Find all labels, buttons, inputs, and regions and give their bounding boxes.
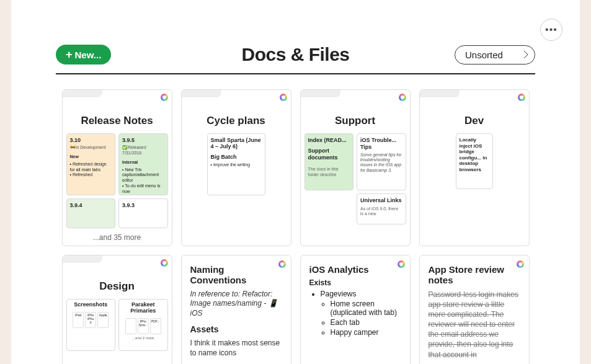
folder-tab-icon [63, 255, 102, 263]
mini-doc-heading: Big Batch [211, 154, 262, 161]
doc-naming-conventions[interactable]: Naming Conventions In reference to: Refa… [181, 255, 291, 364]
thumb: Apple [97, 312, 109, 328]
list-item: Home screen (duplicated with tab) [331, 300, 401, 317]
folder-support[interactable]: Support Index (READ... Support documents… [300, 89, 411, 246]
mini-doc-title: Index (READ... [308, 137, 350, 144]
folder-tab-icon [420, 90, 460, 97]
more-count: ...and 35 more [66, 233, 168, 242]
doc-heading: Exists [309, 278, 401, 287]
card-grid: Release Notes 3.10 🚧In Development New •… [11, 89, 580, 364]
mini-doc-grid: Index (READ... Support documents The doc… [304, 133, 406, 224]
mini-doc-grid: 3.10 🚧In Development New • Refreshed des… [66, 133, 168, 228]
page-title: Docs & Files [241, 44, 349, 65]
color-ring-icon [518, 94, 525, 101]
list-item-label: Pageviews [321, 290, 357, 298]
header: + New... Docs & Files Unsorted [11, 0, 580, 69]
doc-heading: Assets [190, 324, 282, 334]
mini-doc: Locally inject iOS bridge configu... in … [456, 133, 493, 189]
folder-tab-icon [182, 90, 221, 97]
mini-doc-heading: New [70, 154, 112, 160]
mini-doc-sub: Support documents [308, 148, 350, 161]
folder-title: Release Notes [66, 115, 168, 127]
thumb: iPho Scre... [138, 318, 149, 334]
mini-doc-title: 3.9.4 [70, 202, 112, 209]
more-count: ...and 2 more [122, 336, 165, 340]
doc-title: Naming Conventions [190, 264, 282, 286]
doc-subtitle: In reference to: Refactor: Image names/n… [190, 290, 282, 319]
mini-doc-title: Universal Links [360, 197, 402, 204]
doc-title: App Store review notes [429, 264, 520, 286]
mini-doc: Index (READ... Support documents The doc… [304, 133, 354, 190]
mini-folder-grid: Screenshots iPad iPho iPho X Apple Parak… [66, 299, 168, 351]
doc-body: I think it makes most sense to name icon… [190, 338, 282, 358]
folder-title: Support [304, 115, 406, 127]
folder-dev[interactable]: Dev Locally inject iOS bridge configu...… [419, 89, 530, 246]
folder-title: Cycle plans [185, 115, 287, 127]
mini-doc: Small Sparta (June 4 – July 6) Big Batch… [207, 133, 265, 195]
mini-doc-title: Locally inject iOS bridge configu... in … [460, 137, 487, 172]
thumb-row: iPad iPho iPho X Apple [69, 312, 113, 328]
mini-doc-body: • Improve the writing [211, 162, 262, 168]
mini-doc-title: 3.9.3 [122, 202, 164, 209]
doc-body: Password-less login makes app store revi… [429, 290, 520, 360]
mini-doc: iOS Trouble... Tips Some general tips fo… [357, 133, 406, 190]
thumb-row: iPho Scre... PDF... [122, 318, 165, 334]
color-ring-icon [278, 260, 286, 268]
folder-tab-icon [301, 90, 340, 97]
plus-icon: + [66, 49, 73, 60]
mini-doc-title: 3.10 [70, 137, 112, 144]
doc-list: Pageviews Home screen (duplicated with t… [309, 290, 401, 337]
color-ring-icon [399, 94, 406, 101]
list-item: Pageviews Home screen (duplicated with t… [321, 290, 401, 337]
folder-title: Design [66, 280, 168, 293]
mini-doc-title: 3.9.5 [122, 137, 164, 144]
sort-select-label: Unsorted [465, 50, 503, 60]
thumb: iPad [73, 312, 84, 328]
mini-folder-title: Screenshots [69, 302, 113, 308]
mini-doc: 3.9.4 [66, 198, 116, 228]
mini-doc-title: Small Sparta (June 4 – July 6) [211, 137, 262, 150]
mini-folder: Screenshots iPad iPho iPho X Apple [66, 299, 116, 351]
new-button-label: New... [75, 50, 102, 60]
mini-folder-title: Parakeet Primaries [122, 302, 165, 314]
color-ring-icon [161, 94, 168, 101]
new-button[interactable]: + New... [56, 45, 111, 64]
doc-title: iOS Analytics [309, 264, 401, 275]
color-ring-icon [517, 260, 524, 268]
doc-app-store-review[interactable]: App Store review notes Password-less log… [419, 255, 530, 364]
thumb: PDF... [150, 318, 161, 334]
mini-doc-body: • Refreshed design for all main tabs • R… [70, 162, 112, 178]
folder-tab-icon [63, 90, 102, 97]
mini-doc-body: As of iOS 9.0, there is a new [360, 206, 402, 217]
mini-doc-body: The docs in this folder describe [308, 167, 350, 177]
mini-doc-body: • New Trix caption/attachment editor • T… [122, 167, 164, 195]
mini-doc: 3.9.5 ✅Released 7/31/2018 Internal • New… [118, 133, 168, 195]
mini-doc-body: Some general tips for troubleshooting is… [360, 153, 402, 174]
mini-doc-sub: 🚧In Development [70, 145, 112, 151]
mini-doc-heading: Internal [122, 160, 164, 166]
mini-folder: Parakeet Primaries iPho Scre... PDF... .… [118, 299, 168, 351]
folder-title: Dev [424, 115, 525, 127]
mini-doc-title: iOS Trouble... Tips [360, 137, 402, 151]
list-item: Each tab [331, 318, 401, 327]
doc-sublist: Home screen (duplicated with tab) Each t… [321, 300, 401, 337]
color-ring-icon [398, 260, 405, 268]
folder-release-notes[interactable]: Release Notes 3.10 🚧In Development New •… [62, 89, 172, 246]
doc-ios-analytics[interactable]: iOS Analytics Exists Pageviews Home scre… [300, 255, 411, 364]
folder-design[interactable]: Design Screenshots iPad iPho iPho X Appl… [62, 255, 172, 364]
thumb [125, 318, 136, 334]
list-item: Happy camper [331, 328, 401, 337]
folder-cycle-plans[interactable]: Cycle plans Small Sparta (June 4 – July … [181, 89, 291, 246]
thumb: iPho iPho X [85, 312, 96, 328]
mini-doc-sub: ✅Released 7/31/2018 [122, 145, 164, 156]
color-ring-icon [161, 259, 168, 267]
sort-select[interactable]: Unsorted [455, 45, 535, 64]
mini-doc: Universal Links As of iOS 9.0, there is … [357, 193, 406, 224]
color-ring-icon [280, 94, 287, 101]
mini-doc: 3.9.3 [118, 198, 168, 228]
header-divider [56, 73, 535, 74]
mini-doc: 3.10 🚧In Development New • Refreshed des… [66, 133, 116, 195]
